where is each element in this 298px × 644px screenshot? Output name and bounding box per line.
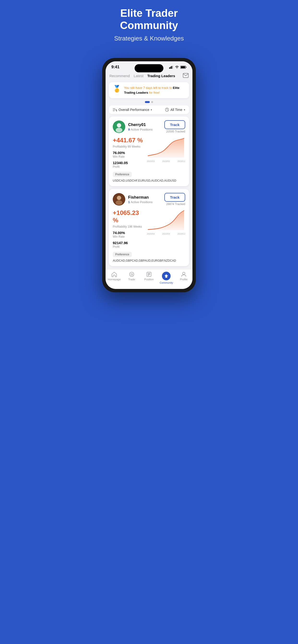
profit-label-fisherman: Profit [113,245,144,248]
performance-chevron: ▾ [151,108,152,112]
win-rate-cherry01: 76.00% [113,151,144,155]
chart-cherry01 [147,136,185,158]
time-chevron: ▾ [184,108,185,112]
svg-rect-5 [181,66,185,68]
track-button-fisherman[interactable]: Track [164,193,185,202]
track-button-cherry01[interactable]: Track [164,120,185,129]
pref-badge-fisherman: Preference [113,252,132,257]
nav-profile[interactable]: Profile [175,272,192,284]
profitability-label-fisherman: Profitability 196 Weeks [113,225,144,228]
pref-text-cherry01: USDCAD,USDCHF,EURUSD,AUDCAD,AUDUSD [113,179,176,182]
medal-icon: 🥇 [113,86,121,92]
tracked-count-cherry01: 20595 Tracked [166,130,185,133]
chart-dates-cherry01: 2022/032023/022023/12 [147,160,185,162]
svg-rect-19 [148,275,149,276]
trader-card-cherry01: Cherry01 9 Active Positions Track 20595 … [109,116,189,186]
svg-rect-6 [183,73,188,78]
pref-text-fisherman: AUDCAD,GBPCAD,GBPAUD,EURGBP,NZDCAD [113,259,176,262]
trade-icon [129,272,135,277]
trader-header-fisherman: Fisherman 1 Active Positions Track 28874… [113,193,185,206]
chart-fisherman [147,209,185,231]
filter-icon [113,108,117,112]
hero-section: Elite TraderCommunity Strategies & Knowl… [103,7,195,51]
hero-subtitle: Strategies & Knowledges [110,35,188,42]
nav-community-label: Community [160,281,173,284]
wifi-icon [175,66,179,69]
trader-name-fisherman: Fisherman [128,195,153,200]
nav-trade-label: Trade [128,278,135,281]
nav-community[interactable]: Community [158,272,175,284]
stats-col-cherry01: +441.67 % Profitability 89 Weeks 76.00% … [113,136,144,168]
profit-value-cherry01: 12340.05 [113,161,144,165]
banner-text: You still have 7 days left to track to E… [124,86,185,95]
hero-title: Elite TraderCommunity [110,7,188,32]
svg-rect-17 [148,273,150,274]
svg-rect-3 [173,66,174,69]
svg-point-14 [116,200,122,205]
filter-row: Overall Performance ▾ All Time ▾ [109,106,189,114]
tab-trading-leaders[interactable]: Trading Leaders [147,73,175,79]
stats-chart-cherry01: +441.67 % Profitability 89 Weeks 76.00% … [113,136,185,168]
avatar-cherry01 [113,120,125,133]
trader-info-fisherman: Fisherman 1 Active Positions [113,193,153,206]
dynamic-island [135,64,163,72]
trader-positions-fisherman: 1 Active Positions [128,200,153,204]
stats-col-fisherman: +1065.23 % Profitability 196 Weeks 74.00… [113,209,144,248]
pref-row-cherry01: Preference USDCAD,USDCHF,EURUSD,AUDCAD,A… [113,172,185,182]
nav-position-label: Position [144,278,154,281]
profile-icon [181,272,187,277]
trader-details-fisherman: Fisherman 1 Active Positions [128,195,153,204]
pref-row-fisherman: Preference AUDCAD,GBPCAD,GBPAUD,EURGBP,N… [113,252,185,262]
win-rate-label-cherry01: Win Rate [113,155,144,158]
mail-icon[interactable] [183,73,189,79]
clock-icon [165,108,169,112]
svg-rect-1 [170,66,171,69]
stats-chart-fisherman: +1065.23 % Profitability 196 Weeks 74.00… [113,209,185,248]
home-icon [111,272,117,277]
profit-pct-fisherman: +1065.23 % [113,209,144,224]
nav-position[interactable]: Position [140,272,158,284]
time-filter[interactable]: All Time ▾ [165,108,185,112]
chart-col-fisherman: 2020/032022/032023/12 [147,209,185,248]
community-icon-svg [164,274,169,278]
svg-point-13 [117,196,121,200]
status-icons [169,66,187,69]
signal-icon [169,66,174,69]
trader-details-cherry01: Cherry01 9 Active Positions [128,122,153,131]
banner-dots [106,101,192,103]
chart-dates-fisherman: 2020/032022/032023/12 [147,233,185,235]
svg-point-15 [129,272,134,276]
trader-card-fisherman: Fisherman 1 Active Positions Track 28874… [109,189,189,266]
nav-trade[interactable]: Trade [123,272,140,284]
profitability-label-cherry01: Profitability 89 Weeks [113,145,144,148]
performance-filter[interactable]: Overall Performance ▾ [113,108,152,112]
phone-screen: 9:41 [106,61,192,289]
profit-pct-cherry01: +441.67 % [113,136,144,144]
pref-badge-cherry01: Preference [113,172,132,177]
dot-1 [151,101,153,103]
trader-info-cherry01: Cherry01 9 Active Positions [113,120,153,133]
tab-latest[interactable]: Latest [134,73,143,79]
profit-value-fisherman: 92147.96 [113,241,144,245]
bottom-nav: Homepage Trade Position [106,269,192,289]
nav-homepage-label: Homepage [108,278,121,281]
trader-track-fisherman: Track 28874 Tracked [164,193,185,206]
status-bar: 9:41 [106,61,192,70]
svg-rect-2 [171,66,172,69]
position-icon [146,272,152,277]
tab-recommend[interactable]: Recommend [109,73,130,79]
status-time: 9:41 [111,65,119,70]
trader-name-cherry01: Cherry01 [128,122,153,127]
trader-header-cherry01: Cherry01 9 Active Positions Track 20595 … [113,120,185,133]
performance-label: Overall Performance [118,108,149,112]
svg-rect-0 [169,67,170,69]
trader-positions-cherry01: 9 Active Positions [128,128,153,131]
svg-point-20 [183,272,185,274]
svg-point-10 [117,123,121,128]
profit-label-cherry01: Profit [113,165,144,168]
dot-active [145,101,150,103]
win-rate-fisherman: 74.00% [113,231,144,235]
svg-point-11 [116,128,122,132]
nav-homepage[interactable]: Homepage [106,272,123,284]
time-label: All Time [170,108,182,112]
